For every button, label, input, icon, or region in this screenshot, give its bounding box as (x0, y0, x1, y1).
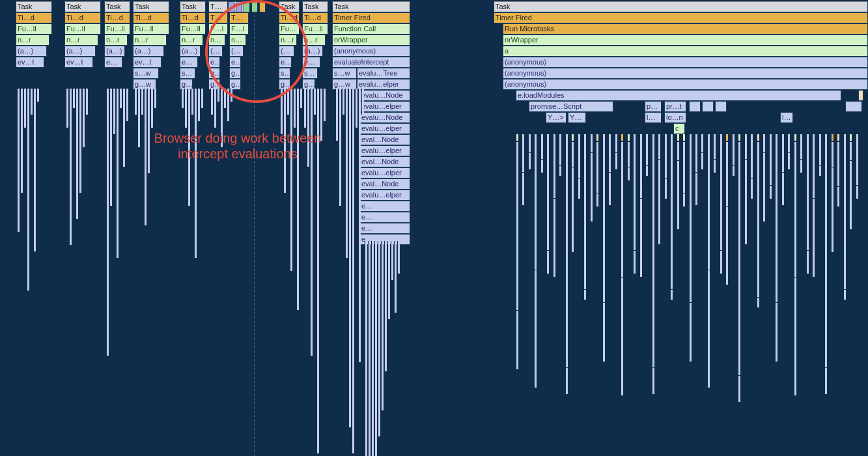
frame[interactable]: eval…Node (359, 134, 410, 145)
frame[interactable]: evalu…elper (359, 145, 410, 156)
frame[interactable]: evalu…Node (359, 90, 410, 101)
frame[interactable]: (a…) (180, 46, 201, 57)
flame-stack-2[interactable]: TaskTi…dFu…lln…r(a…)ev…t (104, 1, 130, 68)
frame[interactable]: (a…) (16, 46, 47, 57)
frame[interactable]: a (503, 46, 868, 57)
frame[interactable]: Task (104, 1, 130, 12)
frame[interactable]: e… (359, 223, 410, 234)
frame[interactable]: Fu…ll (180, 23, 206, 35)
frame[interactable]: Ti…d (302, 12, 328, 23)
frame[interactable]: (a…) (302, 46, 323, 57)
frame[interactable]: (… (208, 46, 223, 57)
frame[interactable]: s…w (332, 68, 357, 79)
frame[interactable]: (… (229, 46, 244, 57)
flame-stack-6[interactable]: T…T…F…ln…(…e…g…g… (229, 1, 249, 90)
frame[interactable]: evalu…Tree (357, 68, 410, 79)
frame[interactable]: g… (208, 68, 220, 79)
frame[interactable]: (anonymous) (503, 79, 868, 90)
frame[interactable]: l… (780, 112, 793, 123)
frame[interactable]: Ti…d (104, 12, 130, 23)
frame[interactable] (715, 101, 727, 112)
frame[interactable]: (a…) (279, 46, 294, 57)
frame[interactable]: e… (229, 57, 241, 68)
frame[interactable]: s…w (279, 68, 290, 79)
frame[interactable]: Task (279, 1, 300, 12)
frame[interactable]: Fu…ll (64, 23, 101, 35)
frame[interactable]: evalu…Node (359, 112, 410, 123)
flame-stack-3[interactable]: TaskTi…dFu…lln…r(a…)ev…ts…wg…w (133, 1, 169, 90)
frame[interactable]: Ti…d (133, 12, 169, 23)
frame[interactable]: l… (645, 112, 662, 123)
frame[interactable]: (a…) (64, 46, 96, 57)
frame[interactable]: ev…t (64, 57, 93, 68)
flame-stack-8[interactable]: TaskTi…dFu…lln…r(a…)ev…ts…wg…w (302, 1, 328, 90)
frame[interactable]: evaluateIntercept (332, 57, 410, 68)
frame[interactable]: Run Microtasks (503, 23, 868, 35)
frame[interactable]: e… (208, 57, 220, 68)
frame[interactable]: Function Call (332, 23, 410, 35)
frame[interactable] (702, 101, 714, 112)
frame[interactable]: n…r (104, 35, 128, 46)
frame[interactable]: Task (302, 1, 328, 12)
frame[interactable]: Fu…ll (302, 23, 328, 35)
frame[interactable]: nrWrapper (332, 35, 410, 46)
frame[interactable]: evalu…elper (359, 101, 410, 112)
frame[interactable]: Task (133, 1, 169, 12)
frame[interactable]: promise…Script (529, 101, 613, 112)
frame[interactable]: e.loadModules (516, 90, 841, 101)
frame[interactable]: n…r (133, 35, 167, 46)
frame[interactable]: Timer Fired (332, 12, 410, 23)
frame[interactable] (845, 101, 862, 112)
flame-stack-0[interactable]: TaskTi…dFu…lln…r(a…)ev…t (16, 1, 52, 68)
frame[interactable]: Fu…ll (104, 23, 130, 35)
frame[interactable]: ev…t (180, 57, 198, 68)
frame[interactable]: ev…t (279, 57, 292, 68)
frame[interactable]: Ti…d (64, 12, 101, 23)
frame[interactable]: Task (494, 1, 868, 12)
frame[interactable]: s…w (133, 68, 159, 79)
frame[interactable]: Fu…ll (279, 23, 300, 35)
frame[interactable]: s…w (180, 68, 195, 79)
frame[interactable]: (anonymous) (503, 68, 868, 79)
frame[interactable]: evalu…elper (359, 123, 410, 134)
frame[interactable]: eval…Node (359, 178, 410, 190)
frame[interactable]: T… (208, 1, 228, 12)
frame[interactable]: ev…t (104, 57, 122, 68)
frame[interactable]: Task (64, 1, 101, 12)
frame[interactable]: evalu…elper (357, 79, 410, 90)
frame[interactable]: Timer Fired (494, 12, 868, 23)
frame[interactable]: Ti…d (279, 12, 300, 23)
flame-stack-4[interactable]: TaskTi…dFu…lln…r(a…)ev…ts…wg…w (180, 1, 206, 90)
frame[interactable]: Ti…d (180, 12, 206, 23)
frame[interactable]: eval…Node (359, 156, 410, 167)
frame[interactable]: e… (359, 201, 410, 212)
frame[interactable]: F…l (229, 23, 249, 35)
frame[interactable]: s…w (302, 68, 318, 79)
frame[interactable]: Fu…ll (16, 23, 52, 35)
frame[interactable]: (a…) (133, 46, 164, 57)
flame-stack-5[interactable]: T…T…F…ln…(…e…g…g… (208, 1, 228, 90)
frame[interactable]: Task (16, 1, 52, 12)
flame-stack-mid[interactable]: TaskTimer FiredFunction CallnrWrapper(an… (332, 1, 410, 90)
frame[interactable]: g… (229, 68, 241, 79)
frame[interactable]: Task (332, 1, 410, 12)
flame-stack-7[interactable]: TaskTi…dFu…lln…r(a…)ev…ts…wg…w (279, 1, 300, 90)
frame[interactable]: ev…t (16, 57, 44, 68)
frame[interactable]: (anonymous) (332, 46, 410, 57)
frame[interactable]: nrWrapper (503, 35, 868, 46)
frame[interactable]: n…r (64, 35, 98, 46)
frame[interactable]: n…r (279, 35, 297, 46)
frame[interactable]: lo…n (664, 112, 686, 123)
frame[interactable]: evalu…elper (359, 190, 410, 201)
frame[interactable]: pr…t (664, 101, 686, 112)
frame[interactable]: T… (229, 12, 249, 23)
frame[interactable]: T… (208, 12, 228, 23)
frame[interactable]: ev…t (302, 57, 320, 68)
frame[interactable]: p… (645, 101, 662, 112)
frame[interactable]: n…r (16, 35, 49, 46)
frame[interactable]: F…l (208, 23, 228, 35)
frame[interactable]: n… (229, 35, 246, 46)
frame[interactable]: e… (359, 212, 410, 223)
frame[interactable]: Task (180, 1, 206, 12)
flame-stack-1[interactable]: TaskTi…dFu…lln…r(a…)ev…t (64, 1, 101, 68)
